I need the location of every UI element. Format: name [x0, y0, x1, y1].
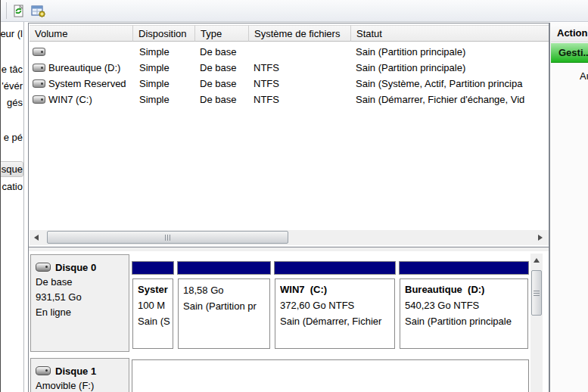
- disk1-name: Disque 1: [55, 366, 96, 377]
- volume-row[interactable]: System Reserved Simple De base NTFS Sain…: [30, 76, 549, 92]
- partition-color-band: [274, 261, 396, 275]
- disk1-info-box[interactable]: Disque 1 Amovible (F:): [30, 358, 129, 392]
- volume-fs: NTFS: [249, 78, 351, 89]
- volume-icon: [33, 64, 45, 72]
- partition-color-band: [132, 261, 174, 275]
- volume-fs: NTFS: [249, 62, 351, 73]
- volume-type: De base: [195, 78, 249, 89]
- column-header-fs[interactable]: Système de fichiers: [249, 25, 351, 42]
- volume-row[interactable]: Simple De base Sain (Partition principal…: [30, 44, 549, 60]
- volume-name: WIN7 (C:): [48, 94, 92, 105]
- disk-management-settings-icon[interactable]: [29, 2, 48, 20]
- disk0-info-box[interactable]: Disque 0 De base 931,51 Go En ligne: [30, 254, 129, 352]
- disk-icon: [36, 366, 51, 375]
- volume-name: Bureautique (D:): [48, 62, 120, 73]
- volume-icon: [33, 95, 45, 104]
- toolbar: [1, 0, 588, 22]
- disk0-status: En ligne: [36, 305, 124, 320]
- volume-statut: Sain (Partition principale): [351, 62, 549, 73]
- volume-disposition: Simple: [133, 46, 195, 58]
- column-header-volume[interactable]: Volume: [30, 25, 133, 42]
- volume-icon: [33, 79, 45, 88]
- main-pane: Volume Disposition Type Système de fichi…: [28, 23, 549, 392]
- volume-icon: [33, 48, 45, 56]
- partition-title: WIN7 (C:): [280, 282, 394, 297]
- disk0-name: Disque 0: [55, 262, 96, 273]
- disk1-media-area[interactable]: [132, 359, 529, 392]
- volume-type: De base: [195, 46, 249, 58]
- volume-type: De base: [195, 94, 249, 105]
- column-header-type[interactable]: Type: [195, 25, 249, 42]
- volume-disposition: Simple: [133, 62, 195, 73]
- volume-type: De base: [195, 62, 249, 73]
- vertical-scrollbar[interactable]: [530, 254, 543, 392]
- pane-divider[interactable]: [23, 22, 24, 392]
- horizontal-scrollbar[interactable]: [30, 230, 549, 245]
- partition-title: Bureautique (D:): [405, 282, 527, 297]
- scroll-left-arrow-icon[interactable]: [30, 230, 42, 245]
- toolbar-separator: [6, 2, 7, 19]
- horizontal-scrollbar-thumb[interactable]: [47, 231, 288, 244]
- tree-item-computer-root[interactable]: eur (l: [1, 27, 23, 40]
- volume-row[interactable]: Bureautique (D:) Simple De base NTFS Sai…: [30, 60, 549, 76]
- partition-size: 100 M: [138, 297, 173, 313]
- partition-status: Sain (Partition pr: [183, 298, 269, 314]
- scroll-right-arrow-icon[interactable]: [534, 230, 546, 245]
- disk0-size: 931,51 Go: [36, 290, 124, 305]
- actions-panel-title: Actions: [551, 24, 588, 42]
- disk0-type: De base: [36, 275, 124, 290]
- volume-list-header: Volume Disposition Type Système de fichi…: [30, 25, 549, 42]
- console-tree: eur (l e tâc 'évér gés e pé sque catio: [1, 22, 23, 392]
- tree-item-shared-folders[interactable]: gés: [7, 96, 23, 109]
- actions-more-actions[interactable]: Au: [550, 70, 588, 83]
- tree-item-disk-management[interactable]: sque: [2, 163, 23, 176]
- disk-management-window: eur (l e tâc 'évér gés e pé sque catio V…: [0, 0, 588, 392]
- volume-statut: Sain (Partition principale): [351, 46, 549, 58]
- tree-item-device-manager[interactable]: e pé: [4, 131, 23, 144]
- partition-status: Sain (Partition principale: [405, 313, 527, 329]
- refresh-icon[interactable]: [10, 2, 27, 20]
- partition-color-band: [177, 261, 271, 275]
- tree-item-services-applications[interactable]: catio: [2, 180, 23, 193]
- column-header-disposition[interactable]: Disposition: [133, 25, 195, 42]
- volume-statut: Sain (Système, Actif, Partition principa: [351, 78, 549, 89]
- partition-size: 372,60 Go NTFS: [280, 297, 394, 313]
- actions-section-disk-management[interactable]: Gesti...: [551, 43, 588, 63]
- partition-size: 540,23 Go NTFS: [405, 297, 527, 313]
- actions-panel: Actions Gesti... Au: [549, 23, 588, 392]
- volume-fs: NTFS: [249, 94, 351, 105]
- volume-disposition: Simple: [133, 94, 195, 105]
- tree-item-task-scheduler[interactable]: e tâc: [2, 63, 23, 76]
- partition-bureautique-d[interactable]: Bureautique (D:) 540,23 Go NTFS Sain (Pa…: [399, 261, 529, 349]
- disk-icon: [36, 263, 51, 272]
- pane-splitter[interactable]: [29, 247, 549, 251]
- scroll-up-arrow-icon[interactable]: [530, 254, 543, 266]
- disk1-type: Amovible (F:): [36, 378, 124, 392]
- vertical-scrollbar-thumb[interactable]: [531, 270, 542, 316]
- partition-system-reserved[interactable]: Syster 100 M Sain (S: [132, 261, 174, 349]
- column-header-statut[interactable]: Statut: [351, 25, 549, 42]
- partition-title: Syster: [138, 282, 173, 297]
- partition-status: Sain (Démarrer, Fichier: [280, 313, 394, 329]
- volume-disposition: Simple: [133, 78, 195, 89]
- partition-unnamed[interactable]: 18,58 Go Sain (Partition pr: [177, 261, 271, 349]
- partition-color-band: [399, 261, 529, 275]
- partition-size: 18,58 Go: [183, 282, 269, 298]
- volume-statut: Sain (Démarrer, Fichier d'échange, Vid: [351, 94, 549, 105]
- tree-item-event-viewer[interactable]: 'évér: [2, 79, 23, 92]
- partition-status: Sain (S: [138, 313, 173, 329]
- volume-name: System Reserved: [48, 78, 126, 89]
- partition-win7-c[interactable]: WIN7 (C:) 372,60 Go NTFS Sain (Démarrer,…: [274, 261, 396, 349]
- volume-row[interactable]: WIN7 (C:) Simple De base NTFS Sain (Déma…: [30, 92, 549, 107]
